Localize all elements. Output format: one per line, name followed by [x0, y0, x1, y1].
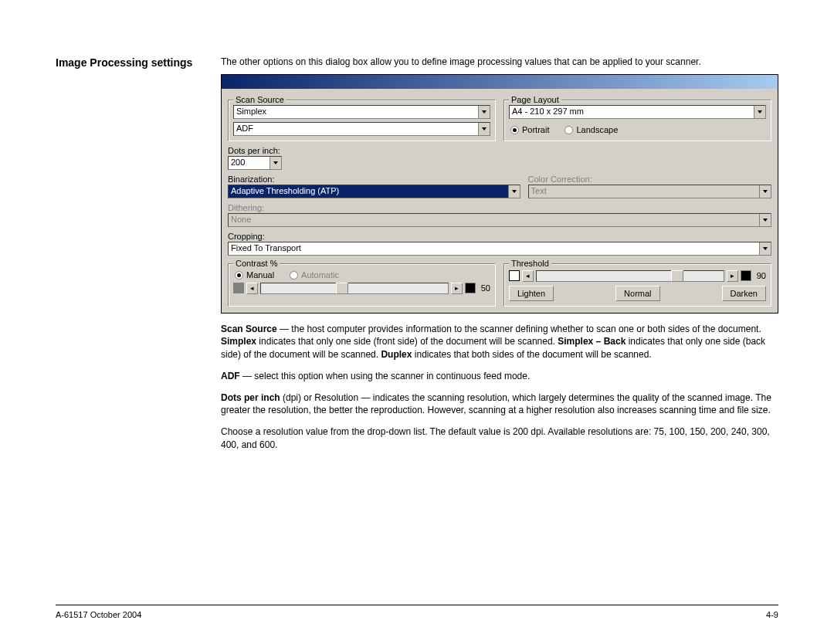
- dpi-paragraph: Dots per inch (dpi) or Resolution — indi…: [221, 391, 778, 416]
- dpi-combo[interactable]: 200: [228, 156, 282, 170]
- contrast-slider[interactable]: ◂ ▸ 50: [233, 281, 490, 295]
- contrast-manual-label: Manual: [246, 270, 274, 280]
- radio-dot-icon: [510, 126, 519, 134]
- bold-term: Duplex: [381, 349, 412, 360]
- cropping-value: Fixed To Transport: [229, 242, 759, 255]
- intro-paragraph: The other options on this dialog box all…: [221, 56, 778, 68]
- arrow-right-icon[interactable]: ▸: [451, 283, 463, 294]
- scan-source-label: Scan Source: [233, 95, 286, 104]
- portrait-radio[interactable]: Portrait: [510, 125, 549, 134]
- scan-source-feeder-combo[interactable]: ADF: [233, 122, 490, 136]
- slider-thumb-icon[interactable]: [336, 283, 348, 294]
- threshold-label: Threshold: [509, 259, 551, 268]
- dithering-value: None: [229, 214, 759, 226]
- dpi-value: 200: [229, 157, 270, 169]
- footer-rule: A-61517 October 2004 4-9: [56, 605, 778, 619]
- bold-term: Simplex – Back: [558, 336, 626, 347]
- bold-term: ADF: [221, 371, 240, 381]
- radio-dot-icon: [290, 271, 298, 280]
- right-column: The other options on this dialog box all…: [221, 56, 778, 592]
- dialog-body: Scan Source Simplex ADF: [222, 89, 778, 313]
- chevron-down-icon[interactable]: [754, 106, 765, 118]
- scan-source-paragraph: Scan Source — the host computer provides…: [221, 323, 778, 361]
- page-size-value: A4 - 210 x 297 mm: [510, 106, 754, 118]
- threshold-high-swatch: [741, 270, 751, 281]
- bold-term: Scan Source: [221, 324, 277, 334]
- chevron-down-icon[interactable]: [478, 123, 490, 135]
- contrast-value: 50: [481, 283, 490, 293]
- text-run: indicates that only one side (front side…: [256, 336, 558, 347]
- contrast-automatic-label: Automatic: [301, 270, 339, 280]
- section-heading: Image Processing settings: [56, 56, 202, 69]
- left-column: Image Processing settings: [56, 56, 202, 592]
- contrast-track[interactable]: [260, 283, 449, 294]
- threshold-value: 90: [757, 271, 766, 280]
- chevron-down-icon[interactable]: [508, 185, 520, 198]
- arrow-left-icon[interactable]: ◂: [522, 270, 534, 282]
- chevron-down-icon[interactable]: [270, 157, 281, 169]
- contrast-label: Contrast %: [233, 259, 280, 268]
- threshold-group: Threshold ◂ ▸ 90: [503, 263, 771, 307]
- text-run: — the host computer provides information…: [277, 324, 761, 334]
- color-correction-label: Color Correction:: [528, 175, 771, 184]
- adf-paragraph: ADF — select this option when using the …: [221, 370, 778, 382]
- scan-source-mode-value: Simplex: [234, 106, 478, 118]
- page-layout-label: Page Layout: [509, 95, 561, 104]
- footer-left: A-61517 October 2004: [56, 610, 141, 619]
- chevron-down-icon: [759, 185, 771, 198]
- threshold-low-swatch: [509, 270, 520, 281]
- page-layout-group: Page Layout A4 - 210 x 297 mm Portrait: [503, 100, 771, 141]
- threshold-track[interactable]: [536, 270, 724, 282]
- normal-button[interactable]: Normal: [615, 286, 659, 301]
- binarization-combo[interactable]: Adaptive Thresholding (ATP): [228, 185, 520, 198]
- darken-button[interactable]: Darken: [722, 286, 766, 301]
- body-area: Image Processing settings The other opti…: [56, 56, 778, 592]
- slider-thumb-icon[interactable]: [671, 270, 683, 282]
- contrast-automatic-radio: Automatic: [290, 270, 339, 280]
- threshold-slider[interactable]: ◂ ▸ 90: [509, 269, 766, 283]
- contrast-manual-radio[interactable]: Manual: [235, 270, 274, 280]
- footer-right: 4-9: [766, 610, 778, 619]
- lighten-button[interactable]: Lighten: [509, 286, 554, 301]
- dialog-title-bar: [222, 75, 778, 89]
- cropping-label: Cropping:: [228, 232, 771, 241]
- dithering-combo: None: [228, 213, 771, 227]
- bold-term: Dots per inch: [221, 392, 280, 403]
- text-run: — select this option when using the scan…: [240, 371, 531, 381]
- binarization-value: Adaptive Thresholding (ATP): [229, 185, 508, 198]
- contrast-high-swatch: [465, 283, 476, 293]
- page-size-combo[interactable]: A4 - 210 x 297 mm: [509, 105, 766, 119]
- contrast-group: Contrast % Manual Automatic: [228, 263, 496, 307]
- scan-source-feeder-value: ADF: [234, 123, 478, 135]
- arrow-left-icon[interactable]: ◂: [246, 283, 258, 294]
- portrait-label: Portrait: [522, 125, 549, 134]
- color-correction-combo: Text: [528, 185, 771, 198]
- scanner-settings-dialog: Scan Source Simplex ADF: [221, 74, 778, 314]
- chevron-down-icon[interactable]: [759, 242, 771, 255]
- bold-term: Simplex: [221, 336, 256, 347]
- scan-source-mode-combo[interactable]: Simplex: [233, 105, 490, 119]
- color-correction-value: Text: [529, 185, 759, 198]
- dpi-label: Dots per inch:: [228, 146, 771, 155]
- contrast-low-swatch: [233, 283, 244, 293]
- text-run: (dpi) or Resolution — indicates the scan…: [221, 392, 771, 415]
- text-run: indicates that both sides of the documen…: [412, 349, 651, 360]
- dithering-label: Dithering:: [228, 203, 771, 212]
- chevron-down-icon: [759, 214, 771, 226]
- scan-source-group: Scan Source Simplex ADF: [228, 100, 496, 141]
- arrow-right-icon[interactable]: ▸: [727, 270, 738, 282]
- landscape-radio[interactable]: Landscape: [564, 125, 618, 134]
- cropping-combo[interactable]: Fixed To Transport: [228, 242, 771, 256]
- resolution-paragraph: Choose a resolution value from the drop-…: [221, 425, 778, 450]
- chevron-down-icon[interactable]: [478, 106, 490, 118]
- binarization-label: Binarization:: [228, 175, 520, 184]
- radio-dot-icon: [235, 271, 243, 280]
- document-page: Image Processing settings The other opti…: [0, 0, 834, 644]
- landscape-label: Landscape: [576, 125, 618, 134]
- radio-dot-icon: [564, 126, 573, 134]
